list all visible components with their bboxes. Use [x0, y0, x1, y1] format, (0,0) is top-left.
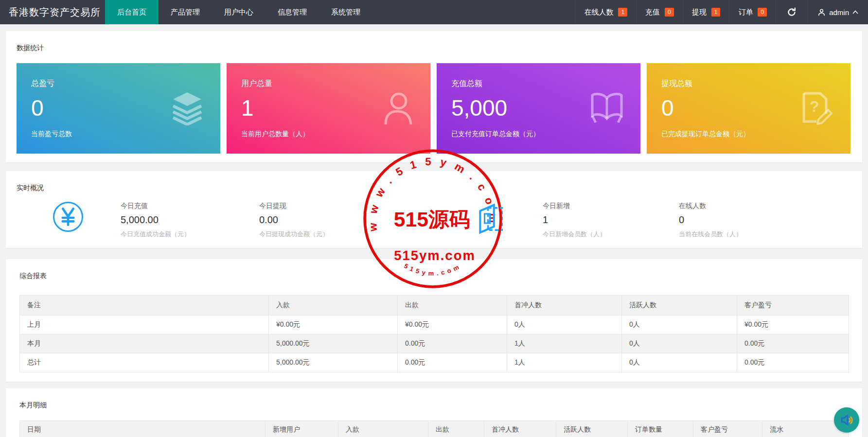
table-header-row: 日期 新增用户 入款 出款 首冲人数 活跃人数 订单数量 客户盈亏 流水	[20, 421, 849, 437]
user-menu[interactable]: admin	[807, 0, 868, 24]
speaker-icon	[839, 413, 854, 427]
doc-question-icon: ?	[800, 91, 834, 125]
summary-report-table: 备注 入款 出款 首冲人数 活跃人数 客户盈亏 上月 ¥0.00元 ¥0.00元…	[19, 295, 849, 372]
online-count-badge: 1	[618, 8, 627, 17]
panel-month-detail: 本月明细 日期 新增用户 入款 出款 首冲人数 活跃人数 订单数量 客户盈亏 流…	[6, 388, 862, 437]
admin-dashboard: 香港数字资产交易所 后台首页 产品管理 用户中心 信息管理 系统管理 在线人数 …	[0, 0, 868, 437]
panel-title: 实时概况	[17, 184, 851, 192]
panel-title: 综合报表	[19, 272, 849, 280]
orders-badge: 0	[758, 8, 767, 17]
svg-text:?: ?	[810, 98, 819, 115]
withdraw-badge: 1	[711, 8, 721, 17]
table-row: 总计 5,000.00元 0.00元 1人 0人 0.00元	[20, 353, 849, 372]
main-menu: 后台首页 产品管理 用户中心 信息管理 系统管理	[105, 0, 372, 24]
card-total-profit: 总盈亏 0 当前盈亏总数	[17, 63, 220, 154]
nav-orders[interactable]: 订单 0	[729, 0, 776, 24]
panel-realtime-overview: 实时概况 今日充值 5,000.00 今日充值成功金额（元） 今日提现 0.00…	[6, 171, 862, 248]
realtime-today-withdraw: 今日提现 0.00 今日提现成功金额（元）	[259, 202, 329, 239]
yen-circle-icon	[53, 202, 83, 232]
recharge-badge: 0	[665, 8, 674, 17]
nav-recharge[interactable]: 充值 0	[636, 0, 683, 24]
stat-cards: 总盈亏 0 当前盈亏总数 用户总量 1 当前用户总数量（人）	[17, 63, 851, 154]
tab-products[interactable]: 产品管理	[159, 0, 212, 24]
table-row: 上月 ¥0.00元 ¥0.00元 0人 0人 ¥0.00元	[20, 315, 849, 334]
realtime-online-members: 在线人数 0 当前在线会员数（人）	[679, 202, 742, 239]
tab-system[interactable]: 系统管理	[319, 0, 372, 24]
layers-icon	[171, 91, 204, 125]
panel-title: 数据统计	[17, 44, 851, 52]
nav-online-count[interactable]: 在线人数 1	[575, 0, 636, 24]
panel-data-statistics: 数据统计 总盈亏 0 当前盈亏总数 用户总量 1 当前用户总数量（人）	[6, 31, 862, 162]
nav-right: 在线人数 1 充值 0 提现 1 订单 0	[575, 0, 868, 24]
card-total-recharge: 充值总额 5,000 已支付充值订单总金额（元）	[437, 63, 640, 154]
top-navbar: 香港数字资产交易所 后台首页 产品管理 用户中心 信息管理 系统管理 在线人数 …	[0, 0, 868, 24]
nav-withdraw[interactable]: 提现 1	[683, 0, 729, 24]
tab-home[interactable]: 后台首页	[105, 0, 159, 24]
tab-users[interactable]: 用户中心	[212, 0, 266, 24]
panel-summary-report: 综合报表 备注 入款 出款 首冲人数 活跃人数 客户盈亏 上月 ¥0.	[6, 259, 862, 382]
book-icon	[590, 92, 624, 124]
user-icon	[382, 91, 414, 125]
table-row: 本月 5,000.00元 0.00元 1人 0人 0.00元	[20, 334, 849, 353]
month-detail-table: 日期 新增用户 入款 出款 首冲人数 活跃人数 订单数量 客户盈亏 流水	[19, 420, 849, 437]
card-total-withdraw: 提现总额 0 已完成提现订单总金额（元） ?	[647, 63, 850, 154]
tab-info[interactable]: 信息管理	[266, 0, 319, 24]
username: admin	[829, 8, 849, 17]
table-header-row: 备注 入款 出款 首冲人数 活跃人数 客户盈亏	[20, 296, 849, 315]
refresh-button[interactable]	[776, 0, 807, 24]
refresh-icon	[787, 7, 797, 17]
chevron-up-icon	[852, 10, 858, 14]
realtime-today-recharge: 今日充值 5,000.00 今日充值成功金额（元）	[121, 202, 190, 239]
announcement-fab[interactable]	[834, 407, 859, 433]
brand-title: 香港数字资产交易所	[0, 0, 105, 24]
card-total-users: 用户总量 1 当前用户总数量（人）	[227, 63, 430, 154]
realtime-today-new-members: 今日新增 1 今日新增会员数（人）	[543, 202, 606, 239]
panel-title: 本月明细	[19, 401, 849, 410]
user-icon	[817, 8, 826, 17]
